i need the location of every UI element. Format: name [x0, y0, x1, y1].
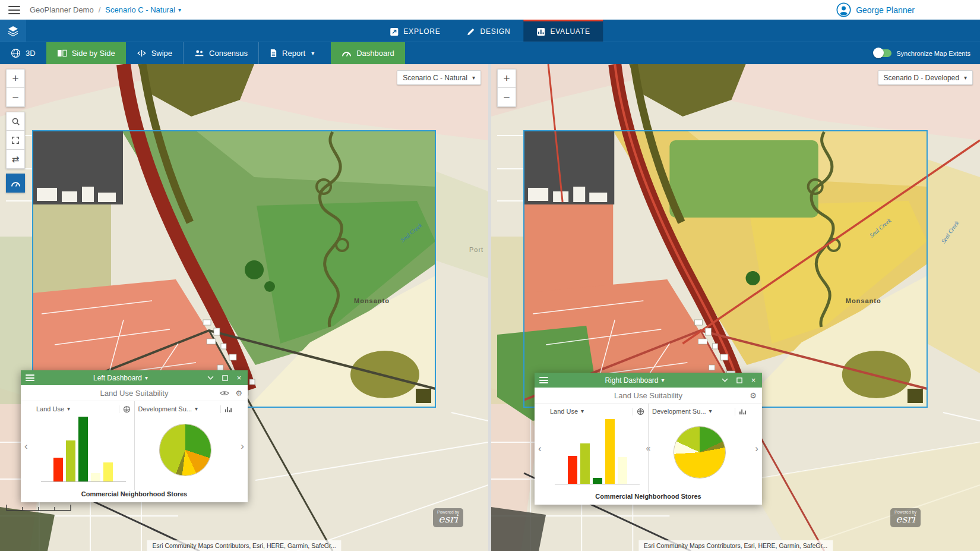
chart-field-label: Land Use	[550, 408, 578, 415]
full-extent-button[interactable]	[6, 131, 25, 150]
full-extent-icon	[11, 136, 20, 144]
3d-button[interactable]: 3D	[0, 42, 46, 64]
tab-explore[interactable]: EXPLORE	[377, 20, 453, 42]
dashboard-toggle-button[interactable]	[6, 174, 25, 193]
bar-segment	[66, 440, 75, 481]
land-use-bar-chart[interactable]	[41, 417, 126, 482]
carousel-next-icon[interactable]: ›	[755, 443, 758, 454]
swipe-icon	[137, 49, 147, 57]
toggle-switch[interactable]	[874, 49, 892, 57]
dashboard-menu-icon[interactable]	[539, 377, 548, 383]
menu-icon[interactable]	[8, 6, 20, 14]
chart-field-dropdown[interactable]: Land Use ▾	[550, 408, 584, 415]
breadcrumb-app-title: GeoPlanner Demo	[30, 5, 94, 14]
dashboard-menu-icon[interactable]	[26, 374, 34, 381]
collapse-charts-icon[interactable]: «	[646, 444, 651, 452]
globe-icon[interactable]	[119, 405, 131, 413]
tab-evaluate[interactable]: EVALUATE	[523, 20, 603, 42]
zoom-out-button[interactable]: −	[497, 88, 516, 107]
map-attribution: Esri Community Maps Contributors, Esri, …	[638, 540, 833, 551]
search-icon	[11, 117, 20, 126]
left-dashboard-header[interactable]: Left Dashboard ▾ ×	[21, 370, 248, 385]
chart-field-dropdown[interactable]: Development Su... ▾	[138, 405, 198, 413]
consensus-button[interactable]: Consensus	[183, 42, 258, 64]
tab-design[interactable]: DESIGN	[454, 20, 524, 42]
globe-icon	[11, 48, 21, 58]
maximize-icon[interactable]	[221, 374, 229, 382]
land-use-chart-card: Land Use ▾	[546, 404, 648, 493]
bar-segment	[593, 478, 602, 484]
primary-nav: EXPLORE DESIGN EVALUATE	[0, 20, 980, 42]
bar-segment	[53, 458, 63, 481]
side-by-side-button[interactable]: Side by Side	[46, 42, 126, 64]
carousel-prev-icon[interactable]: ‹	[24, 441, 28, 451]
swipe-button[interactable]: Swipe	[126, 42, 183, 64]
bar-chart-icon[interactable]	[735, 408, 747, 415]
report-button[interactable]: Report ▾	[258, 42, 325, 64]
widget-title-row: Land Use Suitability ⚙	[21, 385, 248, 401]
toggle-knob	[873, 48, 884, 58]
tab-design-label: DESIGN	[480, 27, 511, 36]
zoom-out-button[interactable]: −	[6, 88, 25, 107]
scenario-selector-right[interactable]: Scenario D - Developed ▾	[878, 70, 973, 85]
chevron-down-icon: ▾	[709, 408, 712, 414]
bar-segment	[605, 419, 615, 484]
dashboard-button[interactable]: Dashboard	[331, 42, 405, 64]
report-label: Report	[282, 49, 305, 58]
globe-icon[interactable]	[633, 408, 644, 415]
gear-icon[interactable]: ⚙	[235, 389, 242, 398]
bar-chart-icon[interactable]	[220, 405, 232, 413]
chevron-down-icon: ▾	[178, 7, 181, 13]
search-button[interactable]	[6, 112, 25, 131]
development-suitability-pie-chart[interactable]	[160, 424, 211, 476]
gear-icon[interactable]: ⚙	[750, 391, 757, 400]
map-label-port: Port	[469, 246, 483, 253]
chevron-down-icon: ▾	[662, 377, 665, 383]
collapse-icon[interactable]	[207, 374, 214, 382]
scenario-selector-label: Scenario C - Natural	[403, 74, 467, 82]
dashboard-title: Left Dashboard	[93, 374, 142, 382]
chevron-down-icon: ▾	[67, 406, 70, 412]
user-avatar-icon	[836, 2, 851, 17]
chart-field-dropdown[interactable]: Development Su... ▾	[652, 408, 712, 415]
swipe-label: Swipe	[151, 49, 172, 58]
chart-caption: Commercial Neighborhood Stores	[535, 493, 762, 505]
collapse-icon[interactable]	[721, 376, 729, 384]
side-by-side-label: Side by Side	[72, 49, 115, 58]
gauge-icon	[11, 180, 21, 187]
scenario-selector-left[interactable]: Scenario C - Natural ▾	[397, 70, 481, 85]
right-dashboard-header[interactable]: Right Dashboard ▾ ×	[535, 373, 762, 388]
dashboard-title-dropdown[interactable]: Left Dashboard ▾	[34, 374, 207, 382]
bar-segment	[91, 473, 100, 481]
swap-scenarios-button[interactable]: ⇄	[6, 150, 25, 169]
nav-tabs: EXPLORE DESIGN EVALUATE	[377, 20, 603, 42]
esri-logo[interactable]: Powered by esri	[890, 508, 921, 527]
explore-icon	[390, 27, 399, 36]
zoom-in-button[interactable]: +	[6, 69, 25, 88]
sync-extents-label: Synchronize Map Extents	[896, 50, 970, 57]
chart-carousel: ‹ Land Use ▾ Development Su... ▾	[21, 401, 248, 490]
bar-segment	[568, 456, 577, 484]
close-icon[interactable]: ×	[235, 374, 243, 382]
dashboard-title-dropdown[interactable]: Right Dashboard ▾	[548, 376, 721, 385]
gauge-icon	[342, 49, 352, 57]
layers-button[interactable]	[0, 20, 26, 42]
close-icon[interactable]: ×	[750, 376, 757, 384]
esri-logo[interactable]: Powered by esri	[433, 508, 463, 527]
chart-field-dropdown[interactable]: Land Use ▾	[36, 405, 70, 413]
breadcrumb-scenario-dropdown[interactable]: Scenario C - Natural ▾	[105, 5, 181, 14]
visibility-eye-icon[interactable]	[220, 391, 229, 396]
bar-segment	[103, 462, 113, 481]
sync-extents-toggle[interactable]: Synchronize Map Extents	[864, 42, 980, 64]
development-suitability-chart-card: Development Su... ▾	[134, 401, 236, 490]
chevron-down-icon: ▾	[311, 51, 314, 56]
map-attribution: Esri Community Maps Contributors, Esri, …	[147, 540, 341, 551]
land-use-bar-chart[interactable]	[555, 419, 640, 484]
app-header: GeoPlanner Demo / Scenario C - Natural ▾…	[0, 0, 980, 20]
carousel-next-icon[interactable]: ›	[241, 441, 244, 451]
zoom-in-button[interactable]: +	[497, 69, 516, 88]
user-menu[interactable]: George Planner	[836, 2, 915, 17]
development-suitability-pie-chart[interactable]	[674, 427, 725, 478]
maximize-icon[interactable]	[735, 376, 743, 384]
carousel-prev-icon[interactable]: ‹	[538, 443, 542, 454]
